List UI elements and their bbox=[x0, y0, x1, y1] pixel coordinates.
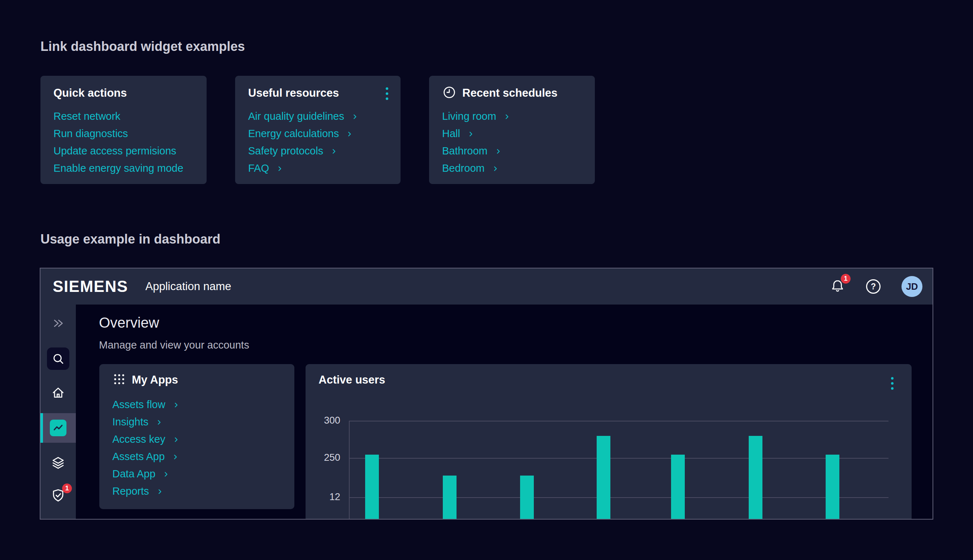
widget-card-useful-resources: Useful resources Air quality guidelinesE… bbox=[235, 76, 401, 184]
widget-link[interactable]: Enable energy saving mode bbox=[53, 162, 184, 174]
link-item: Update access permisions bbox=[53, 142, 196, 160]
question-mark-icon: ? bbox=[866, 279, 881, 294]
widget-link[interactable]: Update access permisions bbox=[53, 145, 176, 157]
sidebar-item-security[interactable]: 1 bbox=[40, 487, 76, 505]
link-label: Energy calculations bbox=[248, 128, 339, 140]
link-label: Enable energy saving mode bbox=[53, 162, 184, 174]
clock-icon bbox=[442, 85, 456, 101]
bar bbox=[597, 436, 610, 520]
widget-link[interactable]: Access key bbox=[112, 433, 180, 445]
widget-link[interactable]: Bathroom bbox=[442, 145, 502, 157]
kebab-menu-icon[interactable] bbox=[889, 375, 896, 392]
card-title: My Apps bbox=[132, 373, 178, 387]
widget-card-recent-schedules: Recent schedules Living roomHallBathroom… bbox=[429, 76, 595, 184]
widget-link[interactable]: Safety protocols bbox=[248, 145, 338, 157]
widget-link[interactable]: Run diagnostics bbox=[53, 128, 128, 140]
widget-link[interactable]: Energy calculations bbox=[248, 128, 354, 140]
user-avatar[interactable]: JD bbox=[901, 276, 923, 297]
section-title-usage: Usage example in dashboard bbox=[40, 232, 220, 247]
widget-link[interactable]: Reset network bbox=[53, 110, 120, 122]
widget-link[interactable]: Living room bbox=[442, 110, 511, 122]
link-label: Run diagnostics bbox=[53, 128, 128, 140]
my-apps-widget: My Apps Assets flowInsightsAccess keyAss… bbox=[99, 364, 294, 509]
card-title: Recent schedules bbox=[462, 87, 558, 100]
sidebar-item-layers[interactable] bbox=[40, 454, 76, 472]
link-label: Hall bbox=[442, 128, 460, 140]
link-label: Reports bbox=[112, 485, 149, 497]
sidebar-item-analytics-active[interactable] bbox=[40, 413, 76, 443]
chevron-right-icon bbox=[172, 435, 180, 444]
dashboard-screenshot: SIEMENS Application name 1 ? JD bbox=[40, 268, 933, 520]
widget-link[interactable]: Hall bbox=[442, 128, 475, 140]
notification-badge: 1 bbox=[841, 274, 851, 283]
gridline bbox=[349, 497, 888, 498]
link-item: Enable energy saving mode bbox=[53, 160, 196, 177]
double-chevron-right-icon bbox=[52, 317, 64, 330]
link-list: Assets flowInsightsAccess keyAssets AppD… bbox=[112, 396, 284, 500]
chevron-right-icon bbox=[345, 130, 354, 138]
layers-icon bbox=[50, 455, 66, 471]
link-item: Air quality guidelines bbox=[248, 108, 390, 125]
chevron-right-icon bbox=[276, 165, 284, 173]
y-tick-label: 12 bbox=[306, 492, 340, 503]
link-label: Bedroom bbox=[442, 162, 485, 174]
link-label: Assets flow bbox=[112, 399, 166, 411]
sidebar-item-home[interactable] bbox=[40, 385, 76, 402]
section-title-widgets: Link dashboard widget examples bbox=[40, 39, 245, 54]
link-label: Data App bbox=[112, 468, 155, 480]
link-label: Access key bbox=[112, 433, 166, 445]
card-title: Quick actions bbox=[53, 87, 127, 100]
link-item: Access key bbox=[112, 430, 284, 448]
link-item: Bathroom bbox=[442, 142, 584, 160]
link-item: Safety protocols bbox=[248, 142, 390, 160]
bar-chart-plot: 30025012 bbox=[349, 421, 888, 520]
kebab-menu-icon[interactable] bbox=[384, 85, 390, 102]
y-tick-label: 250 bbox=[306, 452, 340, 463]
chevron-right-icon bbox=[503, 113, 511, 121]
bar bbox=[749, 436, 762, 520]
gridline bbox=[349, 421, 888, 422]
widget-link[interactable]: Reports bbox=[112, 485, 164, 497]
dashboard-content: Overview Manage and view your accounts M… bbox=[76, 305, 933, 519]
help-button[interactable]: ? bbox=[866, 279, 881, 294]
link-label: FAQ bbox=[248, 162, 269, 174]
notifications-button[interactable]: 1 bbox=[830, 278, 845, 295]
chevron-right-icon bbox=[171, 453, 179, 461]
widget-link[interactable]: Insights bbox=[112, 416, 163, 428]
link-item: Data App bbox=[112, 465, 284, 482]
widget-link[interactable]: FAQ bbox=[248, 162, 284, 174]
chevron-right-icon bbox=[155, 487, 164, 496]
link-item: Reset network bbox=[53, 108, 196, 125]
chevron-right-icon bbox=[494, 147, 502, 155]
link-item: Assets App bbox=[112, 448, 284, 465]
search-icon bbox=[47, 347, 69, 370]
link-label: Air quality guidelines bbox=[248, 110, 344, 122]
widget-link[interactable]: Assets flow bbox=[112, 399, 180, 411]
trend-chart-icon bbox=[50, 420, 67, 436]
widget-card-quick-actions: Quick actions Reset networkRun diagnosti… bbox=[40, 76, 207, 184]
application-name: Application name bbox=[145, 280, 232, 293]
y-tick-label: 300 bbox=[306, 415, 340, 426]
security-badge: 1 bbox=[62, 483, 72, 493]
widget-link[interactable]: Data App bbox=[112, 468, 170, 480]
widget-link[interactable]: Air quality guidelines bbox=[248, 110, 359, 122]
active-users-widget: Active users 30025012 bbox=[306, 364, 911, 520]
bar bbox=[520, 475, 534, 520]
link-item: Insights bbox=[112, 413, 284, 430]
gridline bbox=[349, 458, 888, 458]
siemens-logo: SIEMENS bbox=[53, 277, 128, 295]
chevron-right-icon bbox=[155, 418, 163, 427]
link-label: Safety protocols bbox=[248, 145, 323, 157]
sidebar-item-search[interactable] bbox=[40, 347, 76, 370]
link-label: Assets App bbox=[112, 451, 165, 463]
link-item: Living room bbox=[442, 108, 584, 125]
sidebar-expand-button[interactable] bbox=[40, 316, 76, 331]
widget-link[interactable]: Assets App bbox=[112, 451, 179, 463]
page-title: Overview bbox=[99, 315, 159, 331]
widget-link[interactable]: Bedroom bbox=[442, 162, 500, 174]
link-list: Air quality guidelinesEnergy calculation… bbox=[248, 108, 390, 177]
link-label: Insights bbox=[112, 416, 149, 428]
link-item: FAQ bbox=[248, 160, 390, 177]
home-icon bbox=[51, 386, 65, 401]
link-label: Bathroom bbox=[442, 145, 488, 157]
